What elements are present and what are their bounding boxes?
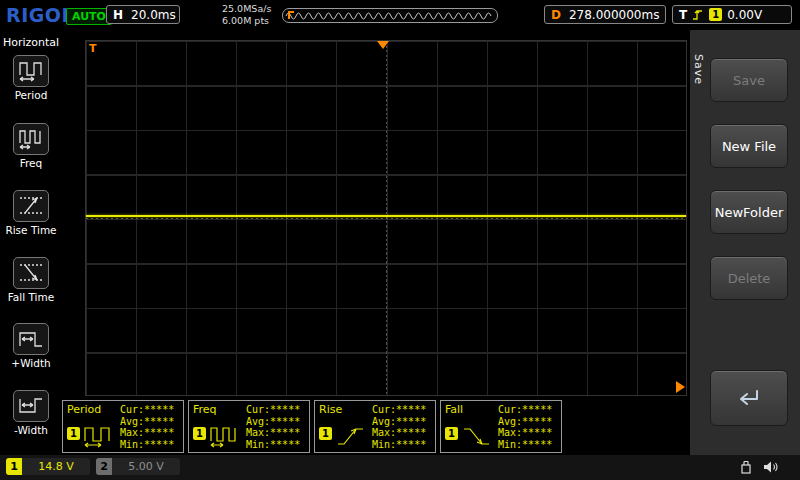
menu-item-label: -Width xyxy=(0,424,62,436)
measurement-name: Rise xyxy=(319,403,342,416)
measurement-stats: Cur:***** Avg:***** Max:***** Min:***** xyxy=(372,404,426,450)
stat-min: Min:***** xyxy=(372,439,426,451)
stat-cur: Cur:***** xyxy=(246,404,300,416)
memory-depth: 6.00M pts xyxy=(222,15,271,27)
rise-time-icon xyxy=(13,190,49,222)
measurement-panel-freq[interactable]: Freq 1 Cur:***** Avg:***** Max:***** Min… xyxy=(188,400,310,453)
status-bar: 1 14.8 V 2 5.00 V xyxy=(0,455,800,480)
menu-item-fall-time[interactable]: Fall Time xyxy=(0,257,62,303)
trigger-position-marker-icon[interactable] xyxy=(377,41,389,49)
rising-edge-icon xyxy=(692,8,704,21)
acquisition-info: 25.0MSa/s 6.00M pts xyxy=(222,3,271,27)
delay-box[interactable]: D 278.000000ms xyxy=(544,5,666,24)
sample-rate: 25.0MSa/s xyxy=(222,3,271,15)
stat-avg: Avg:***** xyxy=(372,416,426,428)
stat-avg: Avg:***** xyxy=(246,416,300,428)
stat-cur: Cur:***** xyxy=(120,404,174,416)
new-file-button[interactable]: New File xyxy=(710,124,788,168)
stat-avg: Avg:***** xyxy=(120,416,174,428)
channel1-chip[interactable]: 1 14.8 V xyxy=(6,458,90,475)
stat-max: Max:***** xyxy=(120,427,174,439)
minus-width-icon xyxy=(13,390,49,422)
stat-cur: Cur:***** xyxy=(498,404,552,416)
measurement-stats: Cur:***** Avg:***** Max:***** Min:***** xyxy=(246,404,300,450)
period-icon xyxy=(13,55,49,87)
channel2-chip[interactable]: 2 5.00 V xyxy=(96,458,180,475)
measurement-channel-badge: 1 xyxy=(445,427,458,440)
delay-label: D xyxy=(551,8,561,22)
plus-width-icon xyxy=(13,323,49,355)
channel1-number: 1 xyxy=(6,458,22,475)
waveform-preview[interactable] xyxy=(282,8,498,23)
stat-max: Max:***** xyxy=(372,427,426,439)
menu-item-freq[interactable]: Freq xyxy=(0,123,62,169)
stat-min: Min:***** xyxy=(498,439,552,451)
usb-icon xyxy=(738,459,754,475)
speaker-icon[interactable] xyxy=(762,459,779,475)
save-button[interactable]: Save xyxy=(710,58,788,102)
center-horizontal-axis xyxy=(86,218,686,219)
horizontal-label: H xyxy=(113,8,123,22)
new-folder-button[interactable]: NewFolder xyxy=(710,190,788,234)
channel1-trace[interactable] xyxy=(86,215,686,217)
stat-avg: Avg:***** xyxy=(498,416,552,428)
measurement-stats: Cur:***** Avg:***** Max:***** Min:***** xyxy=(120,404,174,450)
top-bar: RIGOL AUTO H 20.0ms 25.0MSa/s 6.00M pts … xyxy=(0,0,800,30)
menu-item-period[interactable]: Period xyxy=(0,55,62,101)
stat-min: Min:***** xyxy=(120,439,174,451)
return-arrow-icon xyxy=(731,384,767,412)
menu-item-label: Period xyxy=(0,89,62,101)
delay-offscreen-marker-icon xyxy=(676,381,685,393)
back-button[interactable] xyxy=(710,370,788,426)
freq-wave-icon xyxy=(209,423,243,453)
menu-item-label: Fall Time xyxy=(0,291,62,303)
measurement-panel-period[interactable]: Period 1 Cur:***** Avg:***** Max:***** M… xyxy=(62,400,184,453)
delay-value: 278.000000ms xyxy=(569,8,659,22)
freq-icon xyxy=(13,123,49,155)
measurement-panel-rise[interactable]: Rise 1 Cur:***** Avg:***** Max:***** Min… xyxy=(314,400,436,453)
channel1-scale: 14.8 V xyxy=(22,460,90,473)
measurement-name: Period xyxy=(67,403,101,416)
oscilloscope-screen: RIGOL AUTO H 20.0ms 25.0MSa/s 6.00M pts … xyxy=(0,0,800,480)
measurement-name: Freq xyxy=(193,403,217,416)
fall-wave-icon xyxy=(461,423,495,453)
trigger-level-marker: T xyxy=(89,42,97,55)
menu-item-rise-time[interactable]: Rise Time xyxy=(0,190,62,236)
stat-min: Min:***** xyxy=(246,439,300,451)
menu-item-label: +Width xyxy=(0,357,62,369)
channel2-scale: 5.00 V xyxy=(112,460,180,473)
trigger-label: T xyxy=(679,8,687,22)
preview-wave-icon xyxy=(283,9,497,22)
measurement-stats: Cur:***** Avg:***** Max:***** Min:***** xyxy=(498,404,552,450)
graticule[interactable]: T xyxy=(85,40,687,396)
measurement-panel-fall[interactable]: Fall 1 Cur:***** Avg:***** Max:***** Min… xyxy=(440,400,562,453)
fall-time-icon xyxy=(13,257,49,289)
stat-cur: Cur:***** xyxy=(372,404,426,416)
measurement-name: Fall xyxy=(445,403,463,416)
timebase-box[interactable]: H 20.0ms xyxy=(106,5,180,24)
stat-max: Max:***** xyxy=(246,427,300,439)
measurement-channel-badge: 1 xyxy=(67,427,80,440)
measurement-row: Period 1 Cur:***** Avg:***** Max:***** M… xyxy=(62,400,562,453)
left-menu-title: Horizontal xyxy=(0,30,62,49)
menu-item-label: Rise Time xyxy=(0,224,62,236)
rigol-logo: RIGOL xyxy=(6,4,74,26)
delete-button[interactable]: Delete xyxy=(710,256,788,300)
measurement-channel-badge: 1 xyxy=(319,427,332,440)
stat-max: Max:***** xyxy=(498,427,552,439)
trigger-box[interactable]: T 1 0.00V xyxy=(672,5,792,24)
menu-item-label: Freq xyxy=(0,157,62,169)
measurement-channel-badge: 1 xyxy=(193,427,206,440)
period-wave-icon xyxy=(83,423,117,453)
rise-wave-icon xyxy=(335,423,369,453)
trigger-level: 0.00V xyxy=(727,8,762,22)
menu-tab-save: Save xyxy=(692,54,705,85)
left-menu: Horizontal Period Freq xyxy=(0,30,62,455)
menu-item-plus-width[interactable]: +Width xyxy=(0,323,62,369)
timebase-value: 20.0ms xyxy=(131,8,176,22)
trigger-channel-badge: 1 xyxy=(709,8,722,21)
preview-trigger-marker-icon xyxy=(288,11,294,19)
menu-item-minus-width[interactable]: -Width xyxy=(0,390,62,436)
right-menu-panel: Save Save New File NewFolder Delete xyxy=(690,30,800,455)
channel2-number: 2 xyxy=(96,458,112,475)
